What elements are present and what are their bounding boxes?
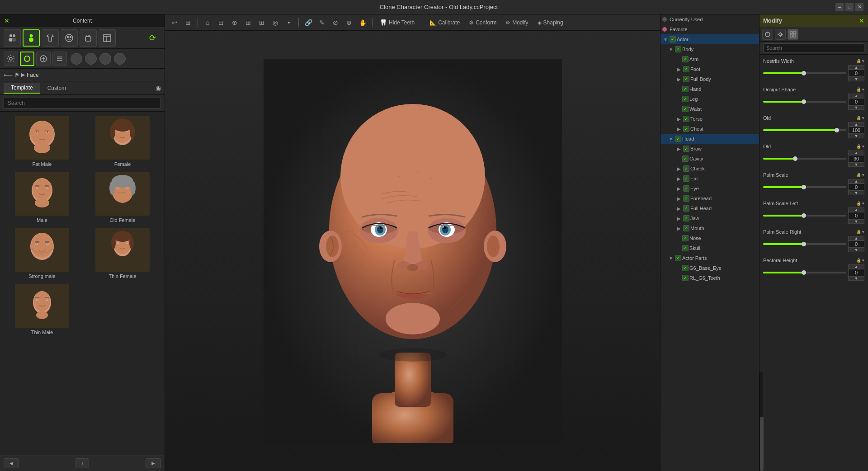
palm-scale-left-value[interactable]: 0 [848,212,864,219]
palm-scale-left-thumb[interactable] [802,213,806,218]
grid-button[interactable]: ⊞ [182,17,194,28]
occiput-reset-icon[interactable]: ♥ [862,87,864,92]
circle-nav-2[interactable] [85,53,97,65]
list-item[interactable]: Female [83,114,162,169]
old-1-thumb[interactable] [835,128,839,132]
modify-button[interactable]: ⚙ Modify [502,18,532,27]
hand-check[interactable]: ✓ [682,86,689,92]
nostrils-width-track[interactable] [763,72,846,74]
old2-lock-icon[interactable]: 🔒 [856,144,861,149]
torso-expand-button[interactable]: ▶ [676,116,682,122]
full-head-check[interactable]: ✓ [683,205,689,212]
actor-parts-check[interactable]: ✓ [675,255,681,261]
ear-expand-button[interactable]: ▶ [676,175,682,182]
back-button[interactable]: ⟵ [4,71,13,79]
modify-tool-2[interactable] [775,29,786,40]
actor-collapse-button[interactable]: ▼ [662,36,669,42]
tree-item-ear[interactable]: ▶ ✓ Ear [660,174,759,184]
close-button[interactable]: ✕ [855,3,863,11]
old-2-track[interactable] [763,158,846,160]
undo-button[interactable]: ↩ [169,17,180,28]
tree-item-body[interactable]: ▼ ✓ Body [660,44,759,54]
tab-template[interactable]: Template [4,83,40,94]
tree-item-currently-used[interactable]: Currently Used [660,14,759,24]
viewport-3d[interactable] [165,31,660,471]
waist-check[interactable]: ✓ [682,106,689,112]
palm-scale-thumb[interactable] [802,185,806,189]
calibrate-button[interactable]: 📐 Calibrate [426,18,463,27]
palm-scale-right-down[interactable]: ▼ [848,248,864,252]
occiput-shape-track[interactable] [763,101,846,103]
hand-tool-button[interactable] [80,29,97,47]
nostrils-width-down[interactable]: ▼ [848,77,864,81]
occiput-shape-up[interactable]: ▲ [848,94,864,98]
actor-check[interactable]: ✓ [670,36,676,42]
tree-item-cavity[interactable]: ✓ Cavity [660,154,759,164]
palm-scale-up[interactable]: ▲ [848,179,864,184]
pectoral-height-thumb[interactable] [802,270,806,275]
template-tool-button[interactable] [99,29,116,47]
pectoral-height-down[interactable]: ▼ [848,276,864,281]
cheek-expand-button[interactable]: ▶ [676,165,682,172]
edit-button[interactable]: ✎ [316,17,328,28]
tab-options-button[interactable]: ◉ [156,85,161,92]
old-1-value[interactable]: 100 [848,127,864,134]
edit2-button[interactable]: ⊘ [330,17,341,28]
eye-expand-button[interactable]: ▶ [676,185,682,192]
tree-item-foot[interactable]: ▶ ✓ Foot [660,64,759,74]
list-item[interactable]: Thin Male [3,283,81,337]
expand-button[interactable]: ⊟ [215,17,227,28]
settings-tool-button[interactable] [4,52,18,66]
home-button[interactable]: ⌂ [202,17,213,28]
cavity-check[interactable]: ✓ [682,155,689,162]
next-button[interactable]: ► [146,458,161,468]
foot-expand-button[interactable]: ▶ [676,66,682,72]
foot-check[interactable]: ✓ [683,66,689,72]
tree-item-rl-g6-teeth[interactable]: ✓ RL_G6_Teeth [660,273,759,283]
list-item[interactable]: Fat Male [3,114,81,169]
clothing-tool-button[interactable] [42,29,59,47]
brow-expand-button[interactable]: ▶ [676,146,682,152]
palm-scale-track[interactable] [763,186,846,188]
old-2-thumb[interactable] [793,156,797,161]
nostrils-width-thumb[interactable] [802,71,806,75]
old-1-track[interactable] [763,129,846,131]
refresh-button[interactable]: ⟳ [144,29,161,47]
old2-reset-icon[interactable]: ♥ [862,144,864,149]
full-head-expand-button[interactable]: ▶ [676,205,682,212]
jaw-check[interactable]: ✓ [683,215,689,221]
old-2-value[interactable]: 30 [848,155,864,162]
nostrils-width-value[interactable]: 0 [848,70,864,77]
breadcrumb-expand[interactable]: ▶ [21,72,25,78]
modify-search-input[interactable] [763,43,864,52]
old-1-up[interactable]: ▲ [848,122,864,127]
dot-btn[interactable]: • [283,17,295,28]
forehead-expand-button[interactable]: ▶ [676,195,682,202]
search-input[interactable] [4,98,161,108]
g6-base-eye-check[interactable]: ✓ [682,265,689,271]
mouth-check[interactable]: ✓ [683,225,689,231]
tree-item-chest[interactable]: ▶ ✓ Chest [660,124,759,134]
prev-button[interactable]: ◄ [4,458,19,468]
chest-check[interactable]: ✓ [683,126,689,132]
modify-grid-toggle[interactable] [788,29,798,40]
palm-scale-right-value[interactable]: 0 [848,240,864,248]
pectoral-height-up[interactable]: ▲ [848,264,864,269]
torso-check[interactable]: ✓ [683,116,689,122]
add-button[interactable]: + [75,458,89,468]
nostrils-width-up[interactable]: ▲ [848,65,864,70]
full-body-check[interactable]: ✓ [683,76,689,82]
face-tool-button[interactable] [61,29,78,47]
tab-custom[interactable]: Custom [40,83,73,93]
chest-expand-button[interactable]: ▶ [676,126,682,132]
old-1-down[interactable]: ▼ [848,134,864,138]
brow-check[interactable]: ✓ [683,146,689,152]
old1-reset-icon[interactable]: ♥ [862,116,864,120]
modify-tool-1[interactable] [762,29,773,40]
tree-item-g6-base-eye[interactable]: ✓ G6_Base_Eye [660,263,759,273]
add-tool-button[interactable] [36,52,51,66]
palm-scale-left-lock-icon[interactable]: 🔒 [856,201,861,206]
pectoral-height-reset-icon[interactable]: ♥ [862,258,864,263]
palm-scale-left-down[interactable]: ▼ [848,219,864,224]
circle-btn[interactable]: ◎ [269,17,281,28]
